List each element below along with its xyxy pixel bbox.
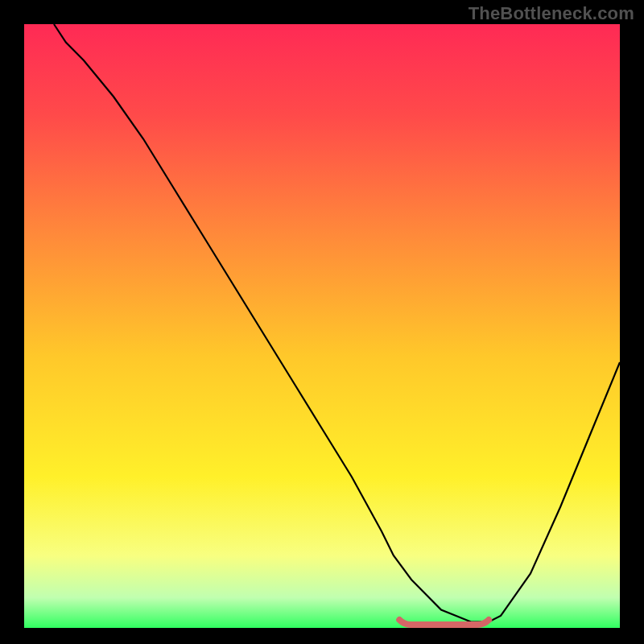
chart-container: TheBottleneck.com: [0, 0, 644, 644]
bottleneck-chart: [0, 0, 644, 644]
plot-background: [24, 24, 620, 628]
